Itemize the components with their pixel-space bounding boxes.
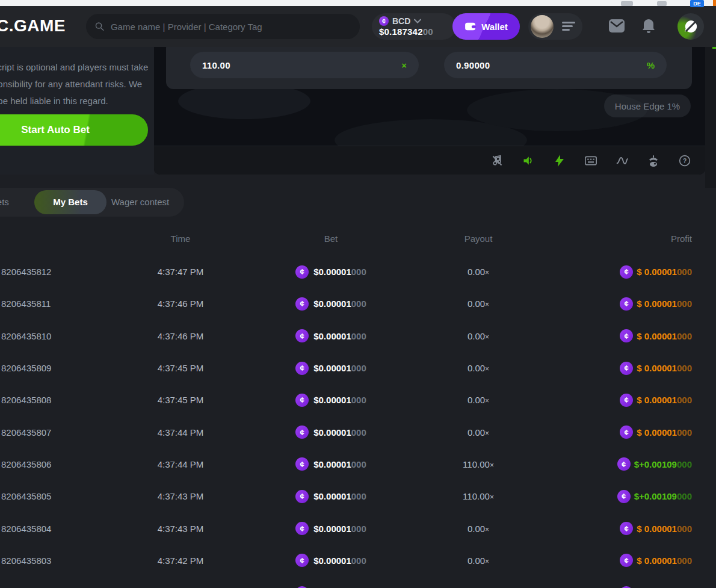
hotkeys-icon[interactable]	[585, 155, 597, 167]
wallet-button[interactable]: Wallet	[452, 13, 520, 40]
bet-id[interactable]: 8206435804	[0, 524, 102, 534]
bet-id[interactable]: 8206435808	[0, 395, 102, 405]
bet-amount-main: $0.00001	[313, 556, 351, 566]
bet-row[interactable]: 8206435809 4:37:45 PM ¢ $0.00001000 0.00…	[0, 352, 716, 384]
bet-id[interactable]: 8206435812	[0, 267, 102, 277]
profit-value: $ 0.00001000	[637, 299, 692, 309]
bet-row[interactable]: 8206435811 4:37:46 PM ¢ $0.00001000 0.00…	[0, 288, 716, 320]
profit-prefix: $	[637, 427, 644, 438]
chat-toggle-icon	[683, 19, 699, 34]
bet-row[interactable]: 8206435804 4:37:43 PM ¢ $0.00001000 0.00…	[0, 512, 716, 544]
bcd-coin-icon: ¢	[620, 265, 633, 279]
sound-on-icon[interactable]	[522, 155, 534, 167]
profit-main: 0.00001	[644, 299, 677, 309]
profit-main: 0.00001	[644, 524, 677, 534]
bet-time: 4:37:44 PM	[102, 427, 259, 438]
tab-my-bets[interactable]: My Bets	[34, 190, 106, 214]
bet-id[interactable]: 8206435807	[0, 427, 102, 438]
bet-row[interactable]: 8206435803 4:37:42 PM ¢ $0.00001000 0.00…	[0, 545, 716, 577]
bet-id[interactable]: 8206435805	[0, 491, 102, 501]
profit-value: $ 0.00001000	[637, 363, 692, 373]
profit-prefix: $	[637, 395, 644, 405]
win-chance-field[interactable]: %	[444, 52, 667, 78]
profit-cell: ¢ $ 0.00001000	[554, 265, 692, 279]
profit-main: 0.00001	[644, 331, 677, 341]
table-header-row: Time Bet Payout Profit	[0, 234, 716, 244]
bet-amount: $0.00001000	[313, 363, 366, 373]
currency-selector[interactable]: ¢ BCD $0.18734200	[372, 13, 456, 40]
col-header-profit: Profit	[554, 234, 692, 244]
seeds-icon[interactable]	[647, 155, 659, 167]
bet-id[interactable]: 8206435810	[0, 331, 102, 341]
bet-row[interactable]: 8206435812 4:37:47 PM ¢ $0.00001000 0.00…	[0, 256, 716, 288]
bet-time: 4:37:43 PM	[102, 524, 259, 534]
bcd-coin-icon: ¢	[617, 457, 631, 471]
bet-id[interactable]: 8206435803	[0, 556, 102, 566]
chat-toggle-button[interactable]	[677, 13, 704, 40]
bet-amount: $0.00001000	[313, 267, 366, 277]
profit-main: 0.00001	[644, 267, 677, 277]
profit-cell: ¢ $+0.00109000	[554, 490, 692, 503]
profit-prefix: $	[637, 524, 644, 534]
bet-amount-main: $0.00001	[313, 524, 351, 534]
col-header-time: Time	[102, 234, 259, 244]
profit-prefix: $	[637, 556, 644, 566]
bet-id[interactable]: 8206435806	[0, 459, 102, 469]
bet-row[interactable]: 8206435810 4:37:46 PM ¢ $0.00001000 0.00…	[0, 320, 716, 352]
mail-icon[interactable]	[609, 19, 625, 32]
bet-row[interactable]: 8206435808 4:37:45 PM ¢ $0.00001000 0.00…	[0, 384, 716, 416]
payout-cell: 0.00×	[403, 395, 554, 405]
search-input[interactable]	[111, 22, 351, 32]
bcd-coin-icon: ¢	[620, 426, 633, 439]
bcd-coin-icon: ¢	[617, 490, 631, 503]
trends-icon[interactable]	[616, 155, 628, 167]
bet-row[interactable]: 8206435807 4:37:44 PM ¢ $0.00001000 0.00…	[0, 416, 716, 448]
bet-amount: $0.00001000	[313, 491, 366, 501]
bet-time: 4:37:43 PM	[102, 491, 259, 501]
payout-multiplier-input[interactable]	[202, 60, 401, 70]
help-icon[interactable]: ?	[679, 155, 691, 167]
bcd-coin-icon: ¢	[379, 16, 389, 26]
payout-value: 110.00	[463, 491, 490, 501]
bet-amount-cell: ¢ $0.00001000	[259, 490, 403, 503]
col-header-payout: Payout	[403, 234, 554, 244]
language-extension-badge[interactable]: DE	[690, 0, 704, 7]
bcd-coin-icon: ¢	[295, 457, 309, 471]
tab-all-bets[interactable]: All Bets	[0, 188, 9, 217]
profit-main: 0.00109	[644, 491, 677, 501]
win-chance-input[interactable]	[456, 60, 647, 70]
bcd-coin-icon: ¢	[295, 490, 309, 503]
site-logo[interactable]: C.GAME	[0, 16, 66, 36]
profit-cell: ¢ $ 0.00001000	[554, 329, 692, 342]
game-toolbar: ?	[154, 146, 705, 175]
bcd-coin-icon: ¢	[620, 554, 633, 567]
script-disclaimer-text: script is optional and players must take…	[0, 59, 152, 110]
search-bar[interactable]	[86, 14, 360, 39]
bet-amount: $0.00001000	[313, 427, 366, 438]
profit-value: $+0.00109000	[634, 459, 692, 469]
avatar[interactable]	[531, 15, 554, 38]
bet-row[interactable]: 8206435805 4:37:43 PM ¢ $0.00001000 110.…	[0, 480, 716, 512]
bet-id[interactable]: 8206435809	[0, 363, 102, 373]
bcd-coin-icon: ¢	[295, 329, 309, 342]
bet-amount-cell: ¢ $0.00001000	[259, 265, 403, 279]
bcd-coin-icon: ¢	[620, 329, 633, 342]
bet-amount: $0.00001000	[313, 395, 366, 405]
profit-dim: 000	[677, 363, 692, 373]
tab-wager-contest[interactable]: Wager contest	[111, 188, 169, 217]
payout-multiplier-field[interactable]: ×	[190, 52, 419, 78]
profit-dim: 000	[677, 459, 692, 469]
menu-list-icon[interactable]	[562, 22, 575, 32]
profit-value: $ 0.00001000	[637, 556, 692, 566]
bet-row[interactable]: 8206435802 4:37:42 PM ¢ $0.00001000 0.00…	[0, 577, 716, 588]
music-off-icon[interactable]	[491, 155, 503, 167]
bet-id[interactable]: 8206435811	[0, 299, 102, 309]
instant-bet-icon[interactable]	[554, 155, 566, 167]
bcd-coin-icon: ¢	[295, 265, 309, 279]
bet-row[interactable]: 8206435806 4:37:44 PM ¢ $0.00001000 110.…	[0, 448, 716, 480]
bet-amount-cell: ¢ $0.00001000	[259, 394, 403, 407]
bell-icon[interactable]	[641, 18, 656, 35]
start-auto-bet-button[interactable]: Start Auto Bet	[0, 114, 148, 146]
payout-value: 0.00	[468, 267, 485, 277]
autobet-sidebar: script is optional and players must take…	[0, 47, 154, 175]
